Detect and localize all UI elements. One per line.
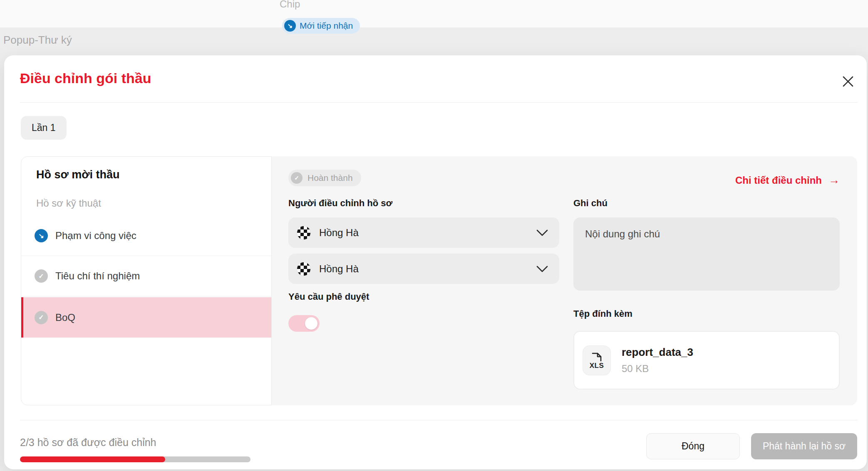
page-top-strip — [0, 0, 868, 27]
arrow-down-right-icon: ↘ — [284, 20, 296, 32]
list-item-boq-selected[interactable]: ✓ BoQ — [21, 297, 271, 338]
document-list: ↘ Phạm vi công việc ✓ Tiêu chí thí nghiệ… — [21, 216, 271, 338]
attachment-label: Tệp đính kèm — [573, 308, 632, 319]
chevron-down-icon — [536, 229, 548, 237]
approval-toggle[interactable] — [288, 315, 320, 332]
adjuster-name: Hồng Hà — [319, 263, 528, 275]
file-type-label: XLS — [590, 362, 604, 370]
close-button[interactable]: Đóng — [646, 433, 740, 459]
list-item-label: BoQ — [55, 312, 75, 323]
document-list-title: Hồ sơ mời thầu — [36, 168, 119, 181]
arrow-down-right-icon: ↘ — [35, 229, 48, 242]
arrow-right-icon: → — [828, 174, 840, 187]
note-input[interactable] — [573, 217, 840, 291]
check-circle-icon: ✓ — [35, 269, 48, 283]
list-item-tieu-chi-thi-nghiem[interactable]: ✓ Tiêu chí thí nghiệm — [21, 256, 271, 296]
document-detail-panel: ✓ Hoàn thành Chi tiết điều chỉnh → Người… — [272, 156, 857, 405]
avatar — [297, 226, 311, 240]
republish-button[interactable]: Phát hành lại hồ sơ — [751, 433, 857, 459]
chevron-down-icon — [536, 265, 548, 273]
document-list-subtitle: Hồ sơ kỹ thuật — [36, 197, 101, 209]
file-meta: report_data_3 50 KB — [622, 346, 693, 375]
chip-badge-label: Mới tiếp nhận — [300, 21, 353, 31]
approval-label: Yêu cầu phê duyệt — [288, 291, 369, 302]
toggle-knob — [305, 317, 317, 330]
progress-bar-fill — [20, 456, 165, 462]
screen: Chip ↘ Mới tiếp nhận Popup-Thư ký Điều c… — [0, 0, 868, 471]
check-circle-icon: ✓ — [35, 311, 48, 324]
popup-section-label: Popup-Thư ký — [3, 34, 72, 47]
modal-title: Điều chỉnh gói thầu — [20, 70, 151, 86]
xls-file-icon: XLS — [583, 345, 611, 375]
note-label: Ghi chú — [573, 198, 608, 209]
footer-divider — [20, 420, 858, 420]
round-chip-lan-1[interactable]: Lần 1 — [21, 116, 67, 140]
header-divider — [20, 102, 858, 103]
document-list-panel: Hồ sơ mời thầu Hồ sơ kỹ thuật ↘ Phạm vi … — [21, 156, 272, 405]
status-badge-label: Hoàn thành — [308, 173, 353, 183]
file-size: 50 KB — [622, 363, 693, 375]
list-item-label: Tiêu chí thí nghiệm — [55, 270, 140, 282]
avatar — [297, 262, 311, 276]
status-badge-hoan-thanh: ✓ Hoàn thành — [288, 170, 361, 186]
detail-link-label: Chi tiết điều chỉnh — [735, 175, 822, 186]
adjust-bid-package-modal: Điều chỉnh gói thầu Lần 1 Hồ sơ mời thầu… — [4, 55, 867, 469]
list-item-label: Phạm vi công việc — [55, 230, 136, 242]
progress-text: 2/3 hồ sơ đã được điều chỉnh — [20, 436, 156, 449]
attachment-card[interactable]: XLS report_data_3 50 KB — [573, 331, 840, 390]
adjuster-label: Người điều chỉnh hồ sơ — [288, 198, 392, 209]
check-circle-icon: ✓ — [291, 172, 303, 184]
adjuster-select-2[interactable]: Hồng Hà — [288, 254, 559, 284]
detail-adjustment-link[interactable]: Chi tiết điều chỉnh → — [735, 174, 840, 187]
status-chip-moi-tiep-nhan[interactable]: ↘ Mới tiếp nhận — [282, 18, 360, 34]
progress-bar — [20, 456, 250, 462]
file-name: report_data_3 — [622, 346, 693, 359]
chip-section-label: Chip — [280, 0, 300, 10]
list-item-pham-vi-cong-viec[interactable]: ↘ Phạm vi công việc — [21, 216, 271, 256]
close-icon[interactable] — [841, 74, 855, 89]
adjuster-select-1[interactable]: Hồng Hà — [288, 217, 559, 248]
adjuster-name: Hồng Hà — [319, 227, 528, 239]
